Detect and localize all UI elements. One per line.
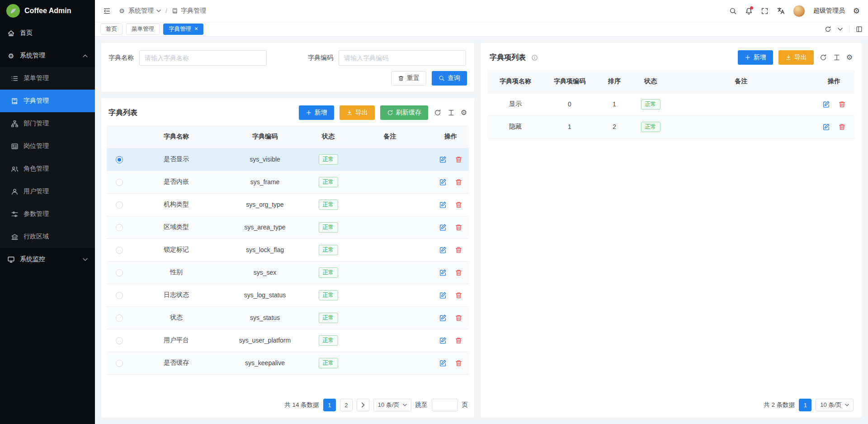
row-radio[interactable] [116, 269, 123, 276]
page-button-1[interactable]: 1 [323, 399, 336, 411]
tab-home[interactable]: 首页 [100, 24, 123, 35]
search-button[interactable] [729, 7, 737, 15]
sidebar-item-dept-mgmt[interactable]: 部门管理 [0, 112, 95, 135]
export-dict-item-button[interactable]: 导出 [778, 50, 814, 65]
query-button[interactable]: 查询 [432, 71, 467, 86]
add-dict-item-button[interactable]: 新增 [738, 50, 773, 65]
delete-icon[interactable] [455, 246, 462, 254]
next-page-button[interactable] [357, 399, 369, 411]
delete-icon[interactable] [455, 224, 462, 231]
table-row[interactable]: 状态 sys_status 正常 [107, 306, 469, 329]
sidebar-item-region-mgmt[interactable]: 行政区域 [0, 225, 95, 248]
row-radio[interactable] [116, 201, 123, 209]
delete-icon[interactable] [455, 291, 462, 299]
table-row[interactable]: 是否缓存 sys_keepalive 正常 [107, 352, 469, 374]
table-row[interactable]: 区域类型 sys_area_type 正常 [107, 216, 469, 238]
refresh-tab-button[interactable] [825, 26, 831, 33]
dict-name-input[interactable] [139, 50, 267, 66]
row-radio[interactable] [116, 156, 123, 163]
edit-icon[interactable] [439, 314, 447, 322]
tab-options-button[interactable] [838, 28, 843, 31]
app-logo[interactable]: Coffee Admin [0, 0, 95, 22]
row-radio[interactable] [116, 360, 123, 367]
edit-icon[interactable] [439, 291, 447, 299]
row-radio[interactable] [116, 292, 123, 299]
reload-table-button[interactable] [434, 109, 442, 117]
delete-icon[interactable] [455, 201, 462, 209]
row-radio[interactable] [116, 224, 123, 231]
breadcrumb-system[interactable]: ⚙ 系统管理 [118, 7, 161, 15]
delete-icon[interactable] [455, 359, 462, 367]
sidebar-item-user-mgmt[interactable]: 用户管理 [0, 180, 95, 203]
row-radio[interactable] [116, 179, 123, 186]
reload-table-button[interactable] [819, 53, 827, 62]
page-size-select[interactable]: 10 条/页 [373, 399, 411, 411]
edit-icon[interactable] [439, 359, 447, 367]
row-radio[interactable] [116, 247, 123, 254]
delete-icon[interactable] [838, 100, 846, 108]
sidebar-item-role-mgmt[interactable]: 角色管理 [0, 157, 95, 180]
tab-menu-mgmt[interactable]: 菜单管理 [126, 24, 160, 35]
sidebar-item-menu-mgmt[interactable]: 菜单管理 [0, 67, 95, 90]
table-settings-gear-icon[interactable]: ⚙ [461, 109, 467, 116]
row-density-button[interactable] [833, 53, 841, 62]
row-radio[interactable] [116, 314, 123, 322]
page-button-1[interactable]: 1 [799, 399, 811, 411]
jump-page-input[interactable] [432, 399, 458, 411]
delete-icon[interactable] [455, 269, 462, 276]
edit-icon[interactable] [439, 246, 447, 254]
dict-code-input[interactable] [339, 50, 466, 66]
delete-icon[interactable] [455, 178, 462, 186]
delete-icon[interactable] [838, 123, 846, 131]
table-row[interactable]: 用户平台 sys_user_platform 正常 [107, 329, 469, 352]
table-row[interactable]: 显示 0 1 正常 [488, 93, 854, 115]
edit-icon[interactable] [439, 156, 447, 163]
edit-icon[interactable] [822, 100, 830, 108]
table-row[interactable]: 隐藏 1 2 正常 [488, 115, 854, 138]
sidebar-item-home[interactable]: 首页 [0, 22, 95, 44]
page-button-2[interactable]: 2 [340, 399, 353, 411]
page-size-select[interactable]: 10 条/页 [816, 399, 854, 411]
table-settings-gear-icon[interactable]: ⚙ [846, 54, 853, 61]
edit-icon[interactable] [822, 123, 830, 131]
sidebar-item-system[interactable]: ⚙ 系统管理 [0, 44, 95, 67]
sidebar-item-post-mgmt[interactable]: 岗位管理 [0, 135, 95, 157]
edit-icon[interactable] [439, 201, 447, 209]
row-radio[interactable] [116, 337, 123, 344]
avatar[interactable] [793, 5, 805, 17]
panel-layout-button[interactable] [856, 26, 863, 33]
delete-icon[interactable] [455, 156, 462, 163]
tab-dict-mgmt[interactable]: 字典管理 ✕ [163, 24, 203, 35]
delete-icon[interactable] [455, 337, 462, 344]
table-row[interactable]: 机构类型 sys_org_type 正常 [107, 193, 469, 216]
settings-gear-icon[interactable]: ⚙ [853, 7, 860, 15]
table-row[interactable]: 是否内嵌 sys_frame 正常 [107, 171, 469, 193]
edit-icon[interactable] [439, 337, 447, 344]
edit-icon[interactable] [439, 224, 447, 231]
table-row[interactable]: 性别 sys_sex 正常 [107, 261, 469, 284]
language-button[interactable] [777, 7, 785, 15]
table-row[interactable]: 日志状态 sys_log_status 正常 [107, 284, 469, 306]
add-dict-button[interactable]: 新增 [299, 105, 334, 120]
close-icon[interactable]: ✕ [194, 27, 198, 31]
row-density-button[interactable] [447, 109, 455, 117]
sidebar-collapse-button[interactable] [103, 7, 111, 15]
sidebar-item-param-mgmt[interactable]: 参数管理 [0, 203, 95, 225]
table-row[interactable]: 锁定标记 sys_lock_flag 正常 [107, 238, 469, 261]
table-row[interactable]: 是否显示 sys_visible 正常 [107, 148, 469, 171]
column-header: 字典编码 [221, 125, 309, 148]
breadcrumb-dict[interactable]: 字典管理 [172, 7, 206, 15]
reset-button[interactable]: 重置 [391, 71, 426, 86]
dict-name: 性别 [132, 261, 221, 284]
sidebar-item-monitor[interactable]: 系统监控 [0, 248, 95, 271]
edit-icon[interactable] [439, 269, 447, 276]
sidebar-item-dict-mgmt[interactable]: 字典管理 [0, 90, 95, 112]
export-dict-button[interactable]: 导出 [340, 105, 375, 120]
username[interactable]: 超级管理员 [813, 7, 845, 15]
info-icon[interactable] [531, 54, 538, 61]
edit-icon[interactable] [439, 178, 447, 186]
notifications-button[interactable] [745, 7, 753, 15]
refresh-cache-button[interactable]: 刷新缓存 [380, 105, 428, 120]
delete-icon[interactable] [455, 314, 462, 322]
fullscreen-button[interactable] [761, 7, 769, 15]
